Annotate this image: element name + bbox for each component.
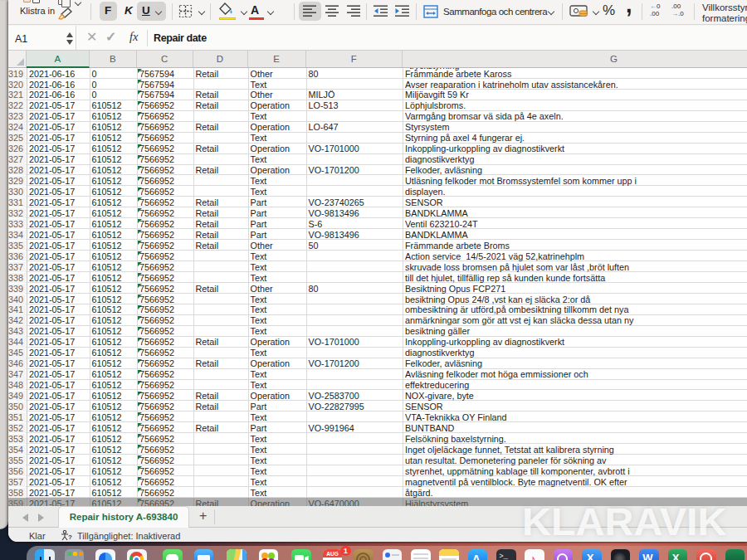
svg-text:?: ? bbox=[68, 533, 72, 541]
